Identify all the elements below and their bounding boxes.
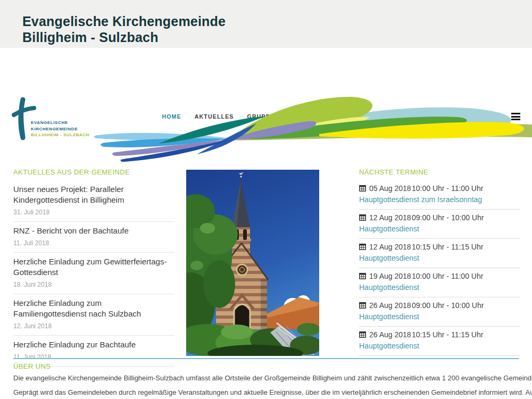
termin-link[interactable]: Hauptgottesdienst: [359, 225, 419, 233]
termin-date: 05 Aug 2018: [369, 184, 412, 193]
termin-date: 26 Aug 2018: [369, 301, 412, 310]
termin-time: 10:00 Uhr - 11:00 Uhr: [412, 272, 483, 280]
news-title[interactable]: Herzliche Einladung zur Bachtaufe: [13, 339, 174, 350]
news-title[interactable]: Herzliche Einladung zum Gewitterfeiertag…: [13, 256, 174, 278]
termin-date: 19 Aug 2018: [369, 272, 412, 280]
about-heading: ÜBER UNS: [13, 362, 519, 370]
nav-item-gottesdienste[interactable]: GOTTESDIENSTE: [299, 113, 354, 120]
termin-item: 05 Aug 2018 10:00 Uhr - 11:00 Uhr Hauptg…: [359, 180, 520, 210]
nav-item-gruppen[interactable]: GRUPPEN: [247, 113, 286, 120]
nav-item-gruppen-label: GRUPPEN: [247, 113, 279, 120]
termine-section: NÄCHSTE TERMINE 05 Aug 2018 10:00 Uhr - …: [359, 168, 520, 356]
page-title: Evangelische Kirchengemeinde Billigheim …: [22, 13, 226, 45]
termin-time: 09:00 Uhr - 10:00 Uhr: [412, 301, 484, 310]
termin-link[interactable]: Hauptgottesdienst: [359, 284, 419, 292]
news-title[interactable]: Herzliche Einladung zum Familiengottesdi…: [13, 298, 174, 319]
news-date: 11. Juli 2018: [13, 240, 174, 246]
nav-item-downloads[interactable]: DOWNLOADS: [412, 113, 455, 120]
logo-line1: EVANGELISCHE: [31, 120, 89, 126]
hamburger-icon[interactable]: [511, 112, 520, 121]
news-item[interactable]: Unser neues Projekt: Paralleler Kindergo…: [13, 180, 174, 222]
termin-link[interactable]: Hauptgottesdienst: [359, 254, 419, 262]
news-section: AKTUELLES AUS DER GEMEINDE Unser neues P…: [13, 168, 174, 367]
termin-link[interactable]: Hauptgottesdienst: [359, 313, 419, 321]
news-title[interactable]: RNZ - Bericht von der Bachtaufe: [13, 226, 174, 236]
termin-time: 09:00 Uhr - 10:00 Uhr: [412, 213, 484, 222]
nav-item-galerie[interactable]: GALERIE: [469, 113, 498, 120]
termine-heading: NÄCHSTE TERMINE: [359, 168, 520, 176]
page-title-line2: Billigheim - Sulzbach: [22, 30, 159, 45]
nav-item-kontakt[interactable]: KONTAKT: [368, 113, 399, 120]
logo-text: EVANGELISCHE KIRCHENGEMEINDE BILLIGHEIM …: [31, 120, 89, 138]
termin-date: 26 Aug 2018: [369, 330, 412, 339]
news-date: 12. Juni 2018: [13, 323, 174, 329]
nav-item-home[interactable]: HOME: [162, 113, 181, 120]
page-title-line1: Evangelische Kirchengemeinde: [22, 14, 226, 29]
nav-item-aktuelles[interactable]: AKTUELLES: [195, 113, 234, 120]
logo-line3: BILLIGHEIM - SULZBACH: [31, 132, 89, 138]
page-header: Evangelische Kirchengemeinde Billigheim …: [0, 0, 532, 48]
about-paragraph-1: Die evangelische Kirchengemeinde Billigh…: [13, 375, 519, 382]
termin-item: 26 Aug 2018 10:15 Uhr - 11:15 Uhr Hauptg…: [359, 327, 520, 356]
termin-time: 10:15 Uhr - 11:15 Uhr: [412, 330, 483, 339]
news-date: 18. Juni 2018: [13, 281, 174, 288]
church-photo: [186, 170, 319, 356]
termin-time: 10:15 Uhr - 11:15 Uhr: [412, 243, 483, 251]
termin-link[interactable]: Hauptgottesdienst zum Israelsonntag: [359, 196, 482, 204]
termin-link[interactable]: Hauptgottesdienst: [359, 342, 419, 350]
termin-item: 19 Aug 2018 10:00 Uhr - 11:00 Uhr Hauptg…: [359, 268, 520, 297]
news-item[interactable]: RNZ - Bericht von der Bachtaufe 11. Juli…: [13, 222, 174, 253]
calendar-icon: [359, 302, 366, 309]
calendar-icon: [359, 273, 366, 279]
termin-time: 10:00 Uhr - 11:00 Uhr: [412, 184, 483, 193]
about-section: ÜBER UNS Die evangelische Kirchengemeind…: [13, 358, 519, 396]
about-paragraph-2: Geprägt wird das Gemeindeleben durch reg…: [13, 389, 519, 396]
calendar-icon: [359, 331, 366, 338]
news-heading: AKTUELLES AUS DER GEMEINDE: [13, 168, 174, 176]
news-item[interactable]: Herzliche Einladung zum Familiengottesdi…: [13, 294, 174, 336]
news-date: 31. Juli 2018: [13, 209, 174, 215]
swoosh-graphic: [90, 95, 532, 164]
news-title[interactable]: Unser neues Projekt: Paralleler Kindergo…: [13, 184, 174, 205]
termin-item: 12 Aug 2018 10:15 Uhr - 11:15 Uhr Hauptg…: [359, 239, 520, 268]
termin-date: 12 Aug 2018: [369, 243, 412, 251]
navigation-bar: EVANGELISCHE KIRCHENGEMEINDE BILLIGHEIM …: [0, 48, 532, 95]
termin-item: 26 Aug 2018 09:00 Uhr - 10:00 Uhr Hauptg…: [359, 297, 520, 327]
chevron-down-icon: [281, 113, 286, 120]
calendar-icon: [359, 244, 366, 250]
termin-item: 12 Aug 2018 09:00 Uhr - 10:00 Uhr Hauptg…: [359, 210, 520, 239]
news-item[interactable]: Herzliche Einladung zum Gewitterfeiertag…: [13, 253, 174, 294]
calendar-icon: [359, 214, 366, 221]
calendar-icon: [359, 185, 366, 192]
main-nav: HOME AKTUELLES GRUPPEN GOTTESDIENSTE KON…: [162, 112, 520, 121]
site-logo[interactable]: EVANGELISCHE KIRCHENGEMEINDE BILLIGHEIM …: [12, 97, 97, 141]
termin-date: 12 Aug 2018: [369, 213, 412, 222]
logo-line2: KIRCHENGEMEINDE: [31, 126, 89, 132]
